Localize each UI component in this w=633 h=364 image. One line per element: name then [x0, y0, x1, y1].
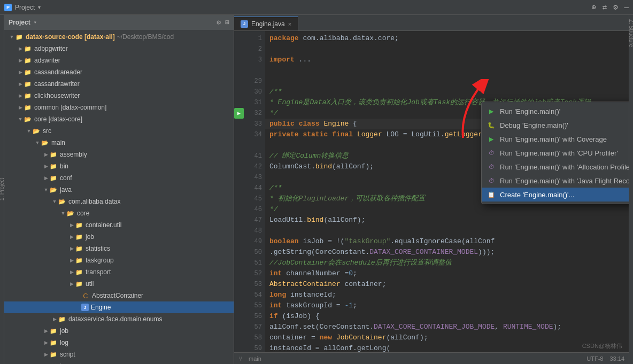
code-line: package com.alibaba.datax.core;	[265, 33, 629, 44]
ctx-jfr-icon: ⏱	[487, 176, 496, 185]
tree-item-assembly[interactable]: ▶ 📁 assembly	[4, 149, 234, 160]
tab-label: Engine.java	[251, 20, 285, 28]
main-layout: 1: Project Project ▾ ⚙ ⊞ ▼ 📁 datax-sourc…	[0, 15, 633, 364]
bottom-bar-right: UTF-8 33:14	[586, 355, 624, 362]
list-item[interactable]: ▶ 📁 bin	[4, 160, 234, 172]
list-item[interactable]: ▶ 📁 clickhousewriter	[4, 90, 234, 102]
ctx-run-icon: ▶	[487, 107, 496, 115]
project-panel-title: Project	[9, 19, 30, 26]
ctx-cpu-icon: ⏱	[487, 149, 496, 157]
panel-actions: ⚙ ⊞	[217, 18, 229, 27]
line-col[interactable]: 33:14	[609, 355, 624, 362]
tree-item-root[interactable]: ▼ 📁 datax-source-code [datax-all] ~/Desk…	[4, 31, 234, 43]
project-title[interactable]: Project	[15, 4, 35, 11]
tree-item-engine[interactable]: J Engine	[4, 301, 234, 313]
git-branch: main	[249, 355, 261, 362]
panel-layout-icon[interactable]: ⊞	[225, 18, 229, 27]
context-menu: ▶ Run 'Engine.main()' ⌃ ⇧R 🐛 Debug 'Engi…	[481, 102, 629, 204]
code-line: long instanceId;	[265, 290, 629, 300]
run-gutter-33[interactable]: ▶	[234, 108, 244, 119]
root-arrow: ▼	[9, 34, 15, 40]
list-item[interactable]: ▼ 📂 java	[4, 184, 234, 196]
root-label: datax-source-code [datax-all]	[26, 33, 115, 41]
code-line: import ...	[265, 55, 629, 65]
list-item[interactable]: ▶ 📁 taskgroup	[4, 254, 234, 266]
list-item[interactable]: ▶ 📁 script	[4, 348, 234, 360]
ctx-create-icon: 📋	[487, 190, 496, 199]
list-item[interactable]: ▶ 📁 job	[4, 325, 234, 337]
code-line: AbstractContainer container;	[265, 279, 629, 290]
ctx-item-create[interactable]: 📋 Create 'Engine.main()'...	[482, 188, 629, 202]
code-line: container = new JobContainer(allConf);	[265, 332, 629, 343]
list-item[interactable]: ▼ 📂 src	[4, 125, 234, 137]
ctx-item-run-cpu[interactable]: ⏱ Run 'Engine.main()' with 'CPU Profiler…	[482, 146, 629, 160]
title-bar: P Project ▾ ⊕ ⇄ ⚙ —	[0, 0, 633, 15]
code-line: instanceId = allConf.getLong(	[265, 343, 629, 352]
list-item[interactable]: ▶ 📁 adbpgwriter	[4, 43, 234, 55]
project-dropdown-arrow[interactable]: ▾	[38, 4, 41, 10]
list-item[interactable]: ▶ 📁 cassandrareader	[4, 66, 234, 78]
list-item[interactable]: ▶ 📁 tmp	[4, 360, 234, 364]
list-item[interactable]: ▶ 📁 job	[4, 231, 234, 243]
tab-engine-java[interactable]: J Engine.java ×	[234, 17, 298, 30]
minimize-icon[interactable]: —	[624, 3, 629, 12]
title-bar-actions: ⊕ ⇄ ⚙ —	[591, 3, 629, 12]
code-line: */	[265, 204, 629, 215]
code-line	[265, 226, 629, 236]
tab-close-button[interactable]: ×	[288, 21, 291, 27]
code-line: allConf.set(CoreConstant.DATAX_CORE_CONT…	[265, 322, 629, 332]
ctx-item-run-alloc[interactable]: ⏱ Run 'Engine.main()' with 'Allocation P…	[482, 160, 629, 174]
split-icon[interactable]: ⇄	[603, 3, 607, 12]
list-item[interactable]: ▶ 📁 cassandrawriter	[4, 78, 234, 90]
encoding[interactable]: UTF-8	[586, 355, 603, 362]
list-item[interactable]: ▶ 📁 util	[4, 278, 234, 290]
list-item[interactable]: ▼ 📂 core	[4, 207, 234, 219]
ctx-run-label: Run 'Engine.main()'	[500, 107, 560, 115]
list-item[interactable]: ▼ 📂 main	[4, 137, 234, 149]
list-item[interactable]: ▼ 📂 com.alibaba.datax	[4, 196, 234, 207]
project-tree: ▼ 📁 datax-source-code [datax-all] ~/Desk…	[4, 30, 234, 364]
code-line: /**	[265, 87, 629, 97]
code-line: int taskGroupId = -1;	[265, 300, 629, 311]
project-panel-header: Project ▾ ⚙ ⊞	[4, 15, 234, 30]
project-icon: P	[4, 4, 12, 11]
title-bar-left: P Project ▾	[4, 4, 41, 11]
ctx-item-run[interactable]: ▶ Run 'Engine.main()' ⌃ ⇧R	[482, 104, 629, 118]
line-numbers: 1 2 3 29 30 31 32 33 34 41 42 43 44 45 4…	[244, 31, 265, 352]
ctx-coverage-label: Run 'Engine.main()' with Coverage	[500, 135, 607, 143]
ctx-create-label: Create 'Engine.main()'...	[500, 191, 574, 199]
code-content: ▶ 1 2 3 29 30 31 32 33 34 41 42 43 44 45	[234, 31, 629, 352]
list-item[interactable]: ▶ 📁 common [datax-common]	[4, 102, 234, 113]
ctx-debug-icon: 🐛	[487, 121, 496, 129]
ctx-cpu-label: Run 'Engine.main()' with 'CPU Profiler'	[500, 149, 618, 157]
code-line	[265, 76, 629, 87]
ctx-item-debug[interactable]: 🐛 Debug 'Engine.main()' ⌃ ⇧D	[482, 118, 629, 132]
code-line: LoadUtil.bind(allConf);	[265, 215, 629, 226]
tabs-bar: J Engine.java ×	[234, 15, 629, 31]
ctx-alloc-label: Run 'Engine.main()' with 'Allocation Pro…	[500, 163, 629, 171]
left-sidebar-label: 1: Project	[0, 178, 5, 200]
settings-icon[interactable]: ⚙	[613, 3, 617, 12]
status-bar: ⑂ main UTF-8 33:14	[234, 352, 629, 364]
list-item[interactable]: ▶ 📁 log	[4, 337, 234, 348]
panel-dropdown-arrow[interactable]: ▾	[34, 19, 37, 26]
gutter: ▶	[234, 31, 244, 352]
list-item[interactable]: ▶ 📁 conf	[4, 172, 234, 184]
ctx-item-run-coverage[interactable]: ▶ Run 'Engine.main()' with Coverage	[482, 132, 629, 146]
ctx-debug-label: Debug 'Engine.main()'	[500, 121, 568, 129]
tree-item-abstract-container[interactable]: C AbstractContainer	[4, 290, 234, 301]
tree-item-statistics[interactable]: ▶ 📁 statistics	[4, 243, 234, 254]
ctx-jfr-label: Run 'Engine.main()' with 'Java Flight Re…	[500, 177, 629, 185]
tree-item-core[interactable]: ▼ 📂 core [datax-core]	[4, 113, 234, 125]
list-item[interactable]: ▶ 📁 adswriter	[4, 55, 234, 66]
panel-gear-icon[interactable]: ⚙	[217, 18, 221, 27]
root-folder-icon: 📁	[15, 33, 24, 41]
list-item[interactable]: ▶ 📁 dataxservice.face.domain.enums	[4, 313, 234, 325]
ctx-alloc-icon: ⏱	[487, 162, 496, 171]
list-item[interactable]: ▶ 📁 transport	[4, 266, 234, 278]
ctx-item-run-jfr[interactable]: ⏱ Run 'Engine.main()' with 'Java Flight …	[482, 174, 629, 188]
code-area: J Engine.java × ▶ 1 2 3	[234, 15, 629, 364]
list-item[interactable]: ▶ 📁 container.util	[4, 219, 234, 231]
new-window-icon[interactable]: ⊕	[591, 3, 596, 12]
code-line: boolean isJob = !("taskGroup".equalsIgno…	[265, 236, 629, 247]
